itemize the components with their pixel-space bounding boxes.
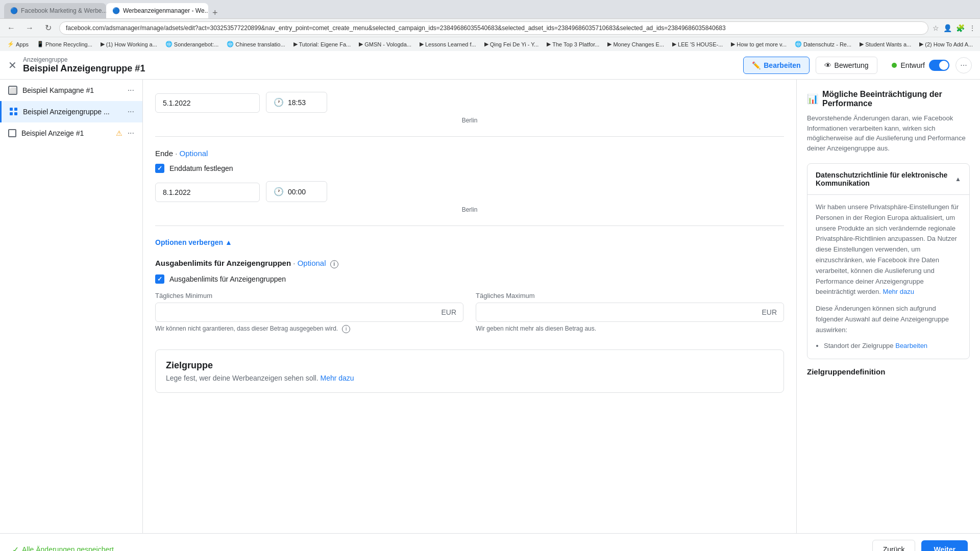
clock-icon-end: 🕐: [274, 187, 284, 196]
max-input[interactable]: [476, 303, 784, 322]
bookmark-gmsn[interactable]: ▶GMSN - Vologda...: [356, 40, 414, 48]
bookmark-leselis[interactable]: 📖Leselis...: [978, 40, 980, 48]
zielgruppe-title: Zielgruppe: [166, 360, 773, 371]
ausgaben-section: Ausgabenlimits für Anzeigengruppen · Opt…: [155, 259, 784, 333]
panel-warning: 📊 Mögliche Beeinträchtigung der Performa…: [807, 90, 970, 153]
zuruck-button[interactable]: Zurück: [872, 540, 916, 551]
section-divider-1: [155, 136, 784, 137]
header-actions: ✏️ Bearbeiten 👁 Bewertung Entwurf ···: [743, 57, 972, 74]
start-time-field[interactable]: 🕐 18:53: [266, 92, 327, 113]
close-button[interactable]: ✕: [8, 59, 17, 71]
end-time-field[interactable]: 🕐 00:00: [266, 181, 327, 202]
min-hint-info-icon[interactable]: i: [342, 325, 350, 333]
warning-icon: ⚠: [116, 129, 122, 137]
min-currency: EUR: [441, 308, 456, 316]
datenschutz-body: Wir haben unsere Privatsphäre-Einstellun…: [807, 194, 969, 359]
browser-tab-1[interactable]: 🔵 Facebook Marketing & Werbe... ✕: [4, 3, 106, 18]
end-datetime-row: 🕐 00:00: [155, 181, 784, 202]
zielgruppe-mehr-dazu-link[interactable]: Mehr dazu: [321, 374, 354, 382]
browser-tab-2[interactable]: 🔵 Werbeanzeigenmanager - We... ✕: [106, 3, 208, 18]
ausgaben-title: Ausgabenlimits für Anzeigengruppen · Opt…: [155, 259, 784, 268]
status-group: Entwurf: [892, 60, 949, 71]
sidebar: ⬜ Beispiel Kampagne #1 ··· Beispiel Anze…: [0, 80, 143, 533]
chevron-up-icon: ▲: [225, 238, 232, 246]
bookmark-sonder[interactable]: 🌐Sonderangebot:...: [162, 40, 222, 48]
bookmark-chinese[interactable]: 🌐Chinese translatio...: [224, 40, 288, 48]
bookmark-add[interactable]: ▶(2) How To Add A...: [916, 40, 976, 48]
mehr-dazu-link[interactable]: Mehr dazu: [883, 288, 914, 295]
min-label: Tägliches Minimum: [155, 292, 463, 299]
tab-label-1: Facebook Marketing & Werbe...: [21, 7, 106, 14]
sidebar-item-ad[interactable]: Beispiel Anzeige #1 ⚠ ···: [0, 122, 142, 144]
bookmark-datenschutz[interactable]: 🌐Datenschutz - Re...: [792, 40, 854, 48]
datenschutz-header[interactable]: Datenschutzrichtlinie für elektronische …: [807, 164, 969, 194]
bookmark-top3[interactable]: ▶The Top 3 Platfor...: [544, 40, 602, 48]
max-label: Tägliches Maximum: [476, 292, 784, 299]
ausgaben-checkbox-row[interactable]: ✓ Ausgabenlimits für Anzeigengruppen: [155, 274, 784, 284]
bookmark-money[interactable]: ▶Money Changes E...: [604, 40, 667, 48]
limits-grid: Tägliches Minimum EUR Wir können nicht g…: [155, 292, 784, 333]
bookmark-lee[interactable]: ▶LEE 'S HOUSE-...: [669, 40, 726, 48]
ausgaben-checkbox[interactable]: ✓: [155, 274, 164, 284]
sidebar-item-campaign[interactable]: ⬜ Beispiel Kampagne #1 ···: [0, 80, 142, 101]
sidebar-adgroup-more[interactable]: ···: [128, 107, 134, 116]
menu-icon[interactable]: ⋮: [969, 24, 976, 32]
bookmark-how-working[interactable]: ▶(1) How Working a...: [97, 40, 160, 48]
panel-warning-text: Bevorstehende Änderungen daran, wie Face…: [807, 113, 970, 153]
optionen-verbergen-link[interactable]: Optionen verbergen ▲: [155, 238, 232, 246]
enddatum-checkbox[interactable]: ✓: [155, 164, 164, 173]
bookmark-student[interactable]: ▶Student Wants a...: [856, 40, 914, 48]
extensions-icon[interactable]: 🧩: [956, 24, 965, 32]
bookmark-apps[interactable]: ⚡Apps: [4, 40, 32, 48]
ausgaben-info-icon[interactable]: i: [330, 260, 338, 268]
sidebar-campaign-more[interactable]: ···: [128, 86, 134, 95]
tab-favicon-2: 🔵: [112, 7, 120, 14]
datenschutz-title: Datenschutzrichtlinie für elektronische …: [816, 171, 955, 187]
weiter-button[interactable]: Weiter: [921, 540, 968, 551]
adgroup-icon: [10, 108, 18, 116]
main-content: 🕐 18:53 Berlin Ende · Optional: [143, 80, 796, 533]
sidebar-ad-label: Beispiel Anzeige #1: [21, 129, 111, 137]
back-button[interactable]: ←: [4, 21, 18, 35]
clock-icon-start: 🕐: [274, 97, 284, 107]
bookmark-phone[interactable]: 📱Phone Recycling...: [34, 40, 95, 48]
reload-button[interactable]: ↻: [41, 21, 55, 35]
status-dot: [892, 63, 897, 68]
start-date-input[interactable]: [155, 93, 260, 113]
bookmark-qing[interactable]: ▶Qing Fei De Yi - Y...: [481, 40, 542, 48]
max-limit-col: Tägliches Maximum EUR Wir geben nicht me…: [476, 292, 784, 333]
ende-section: Ende · Optional ✓ Enddatum festlegen: [155, 149, 784, 213]
save-check-icon: ✓: [12, 545, 19, 552]
save-status: ✓ Alle Änderungen gespeichert: [12, 545, 114, 552]
address-text: facebook.com/adsmanager/manage/adsets/ed…: [66, 24, 726, 32]
bookmark-lessons[interactable]: ▶Lessons Learned f...: [416, 40, 479, 48]
app-header: ✕ Anzeigengruppe Beispiel Anzeigengruppe…: [0, 51, 980, 80]
bookmark-star-icon[interactable]: ☆: [933, 24, 939, 32]
add-tab-button[interactable]: +: [208, 8, 222, 18]
app-body: ⬜ Beispiel Kampagne #1 ··· Beispiel Anze…: [0, 80, 980, 533]
zielgruppe-desc: Lege fest, wer deine Werbeanzeigen sehen…: [166, 374, 773, 382]
min-input[interactable]: [155, 303, 463, 322]
right-panel: 📊 Mögliche Beeinträchtigung der Performa…: [796, 80, 980, 533]
bookmark-tutorial[interactable]: ▶Tutorial: Eigene Fa...: [290, 40, 354, 48]
chevron-up-icon-panel: ▲: [955, 176, 961, 183]
bookmark-more-views[interactable]: ▶How to get more v...: [728, 40, 790, 48]
panel-warning-title: 📊 Mögliche Beeinträchtigung der Performa…: [807, 90, 970, 108]
address-bar[interactable]: facebook.com/adsmanager/manage/adsets/ed…: [59, 21, 928, 35]
start-timezone: Berlin: [155, 117, 784, 124]
sidebar-item-adgroup[interactable]: Beispiel Anzeigengruppe ... ···: [0, 101, 142, 122]
bewertung-button[interactable]: 👁 Bewertung: [816, 57, 877, 74]
max-input-wrap: EUR: [476, 303, 784, 322]
profile-icon[interactable]: 👤: [943, 24, 952, 32]
enddatum-checkbox-row[interactable]: ✓ Enddatum festlegen: [155, 164, 784, 173]
more-options-button[interactable]: ···: [955, 57, 972, 73]
bearbeiten-button[interactable]: ✏️ Bearbeiten: [743, 57, 809, 74]
tab-favicon-1: 🔵: [10, 7, 18, 14]
bookmarks-bar: ⚡Apps 📱Phone Recycling... ▶(1) How Worki…: [0, 37, 980, 51]
end-date-input[interactable]: [155, 183, 260, 202]
forward-button[interactable]: →: [22, 21, 37, 35]
ende-label: Ende · Optional: [155, 149, 784, 158]
status-toggle[interactable]: [929, 60, 949, 71]
bearbeiten-link[interactable]: Bearbeiten: [895, 342, 927, 349]
sidebar-ad-more[interactable]: ···: [128, 129, 134, 138]
